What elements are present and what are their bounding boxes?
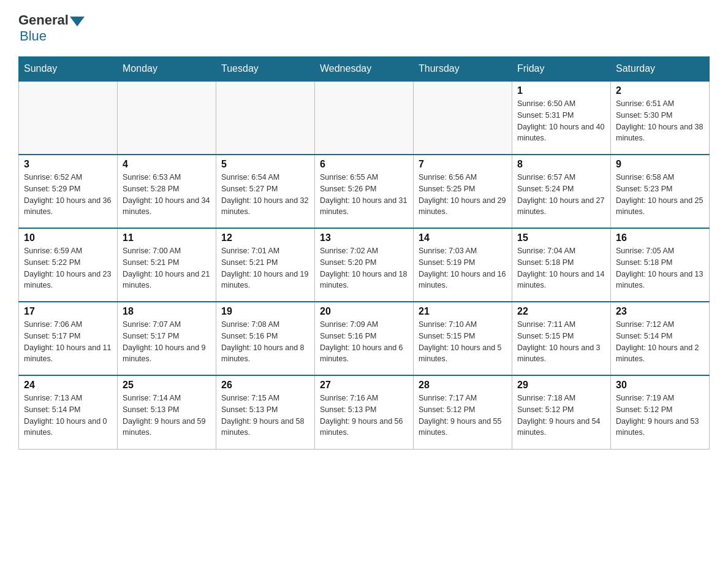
day-number: 13: [320, 232, 408, 243]
day-number: 11: [123, 232, 211, 243]
day-number: 21: [419, 306, 507, 317]
logo: General Blue: [18, 12, 85, 44]
calendar-header-cell: Sunday: [19, 57, 118, 82]
calendar-day-cell: 10Sunrise: 6:59 AM Sunset: 5:22 PM Dayli…: [19, 228, 118, 302]
calendar-header-cell: Saturday: [611, 57, 710, 82]
day-info: Sunrise: 7:05 AM Sunset: 5:18 PM Dayligh…: [616, 245, 704, 291]
day-number: 5: [221, 159, 309, 170]
calendar-day-cell: 20Sunrise: 7:09 AM Sunset: 5:16 PM Dayli…: [315, 302, 414, 375]
calendar-day-cell: 28Sunrise: 7:17 AM Sunset: 5:12 PM Dayli…: [414, 375, 512, 449]
calendar-day-cell: 23Sunrise: 7:12 AM Sunset: 5:14 PM Dayli…: [611, 302, 710, 375]
day-info: Sunrise: 7:10 AM Sunset: 5:15 PM Dayligh…: [419, 319, 507, 365]
calendar-day-cell: 30Sunrise: 7:19 AM Sunset: 5:12 PM Dayli…: [611, 375, 710, 449]
day-number: 20: [320, 306, 408, 317]
day-number: 17: [24, 306, 112, 317]
calendar-header-cell: Monday: [118, 57, 216, 82]
day-info: Sunrise: 7:14 AM Sunset: 5:13 PM Dayligh…: [123, 393, 211, 439]
calendar-day-cell: 21Sunrise: 7:10 AM Sunset: 5:15 PM Dayli…: [414, 302, 512, 375]
calendar-day-cell: 9Sunrise: 6:58 AM Sunset: 5:23 PM Daylig…: [611, 155, 710, 228]
day-info: Sunrise: 7:12 AM Sunset: 5:14 PM Dayligh…: [616, 319, 704, 365]
day-info: Sunrise: 7:16 AM Sunset: 5:13 PM Dayligh…: [320, 393, 408, 439]
calendar-day-cell: 5Sunrise: 6:54 AM Sunset: 5:27 PM Daylig…: [216, 155, 315, 228]
day-number: 23: [616, 306, 704, 317]
calendar-day-cell: 18Sunrise: 7:07 AM Sunset: 5:17 PM Dayli…: [118, 302, 216, 375]
day-info: Sunrise: 7:18 AM Sunset: 5:12 PM Dayligh…: [517, 393, 605, 439]
calendar-header-row: SundayMondayTuesdayWednesdayThursdayFrid…: [19, 57, 710, 82]
calendar-day-cell: 22Sunrise: 7:11 AM Sunset: 5:15 PM Dayli…: [512, 302, 611, 375]
calendar-day-cell: [19, 81, 118, 155]
calendar-day-cell: 26Sunrise: 7:15 AM Sunset: 5:13 PM Dayli…: [216, 375, 315, 449]
day-info: Sunrise: 7:13 AM Sunset: 5:14 PM Dayligh…: [24, 393, 112, 439]
day-number: 27: [320, 380, 408, 391]
day-info: Sunrise: 7:03 AM Sunset: 5:19 PM Dayligh…: [419, 245, 507, 291]
day-number: 30: [616, 380, 704, 391]
page-header: General Blue: [18, 12, 710, 44]
day-info: Sunrise: 6:54 AM Sunset: 5:27 PM Dayligh…: [221, 172, 309, 218]
day-number: 16: [616, 232, 704, 243]
calendar-day-cell: 27Sunrise: 7:16 AM Sunset: 5:13 PM Dayli…: [315, 375, 414, 449]
calendar-day-cell: 1Sunrise: 6:50 AM Sunset: 5:31 PM Daylig…: [512, 81, 611, 155]
calendar-header-cell: Tuesday: [216, 57, 315, 82]
day-number: 8: [517, 159, 605, 170]
day-info: Sunrise: 7:00 AM Sunset: 5:21 PM Dayligh…: [123, 245, 211, 291]
day-info: Sunrise: 7:06 AM Sunset: 5:17 PM Dayligh…: [24, 319, 112, 365]
day-info: Sunrise: 6:51 AM Sunset: 5:30 PM Dayligh…: [616, 98, 704, 144]
day-info: Sunrise: 7:11 AM Sunset: 5:15 PM Dayligh…: [517, 319, 605, 365]
day-number: 6: [320, 159, 408, 170]
calendar-week-row: 10Sunrise: 6:59 AM Sunset: 5:22 PM Dayli…: [19, 228, 710, 302]
calendar-day-cell: 25Sunrise: 7:14 AM Sunset: 5:13 PM Dayli…: [118, 375, 216, 449]
calendar-day-cell: 4Sunrise: 6:53 AM Sunset: 5:28 PM Daylig…: [118, 155, 216, 228]
calendar-table: SundayMondayTuesdayWednesdayThursdayFrid…: [18, 56, 710, 450]
calendar-day-cell: [118, 81, 216, 155]
day-number: 25: [123, 380, 211, 391]
day-info: Sunrise: 7:07 AM Sunset: 5:17 PM Dayligh…: [123, 319, 211, 365]
calendar-day-cell: 2Sunrise: 6:51 AM Sunset: 5:30 PM Daylig…: [611, 81, 710, 155]
day-number: 14: [419, 232, 507, 243]
day-info: Sunrise: 6:52 AM Sunset: 5:29 PM Dayligh…: [24, 172, 112, 218]
day-info: Sunrise: 6:55 AM Sunset: 5:26 PM Dayligh…: [320, 172, 408, 218]
day-number: 1: [517, 85, 605, 96]
calendar-week-row: 3Sunrise: 6:52 AM Sunset: 5:29 PM Daylig…: [19, 155, 710, 228]
day-number: 4: [123, 159, 211, 170]
day-info: Sunrise: 6:58 AM Sunset: 5:23 PM Dayligh…: [616, 172, 704, 218]
day-number: 3: [24, 159, 112, 170]
calendar-day-cell: 19Sunrise: 7:08 AM Sunset: 5:16 PM Dayli…: [216, 302, 315, 375]
day-info: Sunrise: 7:04 AM Sunset: 5:18 PM Dayligh…: [517, 245, 605, 291]
calendar-day-cell: 6Sunrise: 6:55 AM Sunset: 5:26 PM Daylig…: [315, 155, 414, 228]
calendar-day-cell: 8Sunrise: 6:57 AM Sunset: 5:24 PM Daylig…: [512, 155, 611, 228]
logo-blue-text: Blue: [20, 28, 47, 44]
day-info: Sunrise: 7:09 AM Sunset: 5:16 PM Dayligh…: [320, 319, 408, 365]
day-number: 28: [419, 380, 507, 391]
calendar-day-cell: 17Sunrise: 7:06 AM Sunset: 5:17 PM Dayli…: [19, 302, 118, 375]
calendar-header-cell: Friday: [512, 57, 611, 82]
day-number: 10: [24, 232, 112, 243]
day-info: Sunrise: 6:59 AM Sunset: 5:22 PM Dayligh…: [24, 245, 112, 291]
calendar-week-row: 17Sunrise: 7:06 AM Sunset: 5:17 PM Dayli…: [19, 302, 710, 375]
calendar-day-cell: 16Sunrise: 7:05 AM Sunset: 5:18 PM Dayli…: [611, 228, 710, 302]
day-info: Sunrise: 7:02 AM Sunset: 5:20 PM Dayligh…: [320, 245, 408, 291]
logo-general-text: General: [18, 12, 69, 28]
day-info: Sunrise: 7:17 AM Sunset: 5:12 PM Dayligh…: [419, 393, 507, 439]
day-number: 2: [616, 85, 704, 96]
day-info: Sunrise: 7:08 AM Sunset: 5:16 PM Dayligh…: [221, 319, 309, 365]
day-number: 7: [419, 159, 507, 170]
calendar-week-row: 24Sunrise: 7:13 AM Sunset: 5:14 PM Dayli…: [19, 375, 710, 449]
day-number: 22: [517, 306, 605, 317]
day-number: 9: [616, 159, 704, 170]
calendar-day-cell: 14Sunrise: 7:03 AM Sunset: 5:19 PM Dayli…: [414, 228, 512, 302]
day-number: 29: [517, 380, 605, 391]
day-number: 15: [517, 232, 605, 243]
calendar-day-cell: [315, 81, 414, 155]
calendar-header-cell: Wednesday: [315, 57, 414, 82]
calendar-day-cell: 3Sunrise: 6:52 AM Sunset: 5:29 PM Daylig…: [19, 155, 118, 228]
day-info: Sunrise: 7:15 AM Sunset: 5:13 PM Dayligh…: [221, 393, 309, 439]
calendar-day-cell: 24Sunrise: 7:13 AM Sunset: 5:14 PM Dayli…: [19, 375, 118, 449]
day-number: 19: [221, 306, 309, 317]
calendar-day-cell: [216, 81, 315, 155]
calendar-day-cell: 11Sunrise: 7:00 AM Sunset: 5:21 PM Dayli…: [118, 228, 216, 302]
logo-arrow-icon: [70, 17, 85, 26]
day-info: Sunrise: 7:19 AM Sunset: 5:12 PM Dayligh…: [616, 393, 704, 439]
day-number: 18: [123, 306, 211, 317]
calendar-day-cell: 15Sunrise: 7:04 AM Sunset: 5:18 PM Dayli…: [512, 228, 611, 302]
calendar-week-row: 1Sunrise: 6:50 AM Sunset: 5:31 PM Daylig…: [19, 81, 710, 155]
